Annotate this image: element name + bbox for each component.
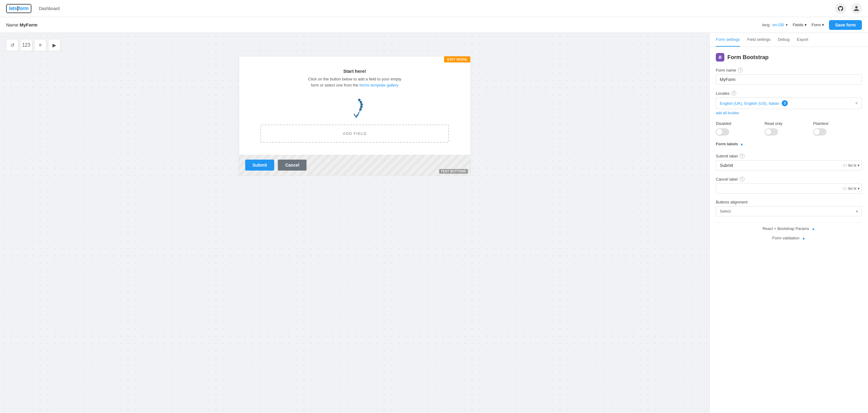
start-here-desc: Click on the button below to add a field…: [257, 76, 452, 88]
read-only-toggle-group: Read only: [765, 121, 813, 136]
cancel-no-tx-select[interactable]: no tx ▾: [846, 183, 862, 194]
select-chevron-icon: ▾: [856, 209, 858, 213]
play-button[interactable]: ▶: [48, 39, 60, 51]
cancel-label-input-wrap: 0 / 3 no tx ▾: [716, 183, 862, 194]
save-form-button[interactable]: Save form: [829, 20, 862, 30]
arrow-area: [257, 95, 452, 120]
form-name-input[interactable]: [716, 74, 862, 85]
disabled-toggle-group: Disabled: [716, 121, 765, 136]
form-header: Name MyForm lang: en-GB ▾ Fields ▾ Form …: [0, 17, 868, 33]
number-mode-button[interactable]: 123: [20, 39, 32, 51]
right-tabs: Form settings Field settings Debug Expor…: [710, 33, 868, 47]
form-validation-chevron-icon: ▲: [802, 236, 805, 240]
reset-button[interactable]: ↺: [6, 39, 18, 51]
svg-point-0: [359, 99, 360, 101]
down-arrow-icon: [342, 95, 367, 120]
submit-label-input[interactable]: [716, 160, 862, 171]
disabled-toggle[interactable]: [716, 128, 729, 136]
submit-label-label: Submit label ?: [716, 153, 862, 159]
canvas-area: ↺ 123 ≡ ▶ EDIT MODE Start here! Click on…: [0, 33, 709, 413]
tab-debug[interactable]: Debug: [778, 33, 789, 46]
submit-label-group: Submit label ? 0 / 3 no tx ▾: [716, 153, 862, 171]
disabled-toggle-knob: [716, 129, 722, 135]
form-validation-section[interactable]: Form validation ▲: [716, 233, 862, 243]
form-labels-chevron-icon[interactable]: ▲: [740, 142, 744, 146]
read-only-toggle-knob: [765, 129, 771, 135]
add-locales-link[interactable]: add all locales: [716, 111, 862, 115]
react-bootstrap-chevron-icon: ▲: [812, 227, 815, 231]
test-buttons-badge: TEST BUTTONS: [439, 169, 468, 174]
fields-chevron-icon: ▾: [805, 23, 807, 27]
main-layout: ↺ 123 ≡ ▶ EDIT MODE Start here! Click on…: [0, 33, 868, 413]
lang-chevron-icon: ▾: [786, 23, 788, 27]
toolbar-row: ↺ 123 ≡ ▶: [6, 39, 703, 51]
locales-value: English (UK), English (US), Italian 3: [720, 100, 788, 106]
svg-point-2: [361, 104, 363, 105]
canvas-submit-button[interactable]: Submit: [245, 160, 274, 171]
submit-no-tx-select[interactable]: no tx ▾: [846, 160, 862, 171]
tab-form-settings[interactable]: Form settings: [716, 33, 740, 46]
locales-input[interactable]: English (UK), English (US), Italian 3 ×: [716, 98, 862, 109]
locales-group: Locales ? English (UK), English (US), It…: [716, 91, 862, 115]
svg-point-3: [361, 106, 362, 108]
form-dropdown[interactable]: Form ▾: [812, 23, 824, 27]
toggles-row: Disabled Read only Plaintext: [716, 121, 862, 136]
submit-label-input-wrap: 0 / 3 no tx ▾: [716, 160, 862, 171]
form-header-controls: lang: en-GB ▾ Fields ▾ Form ▾ Save form: [762, 20, 862, 30]
top-nav: letsform Dashboard: [0, 0, 868, 17]
panel-content: B Form Bootstrap Form name ? Locales ?: [710, 47, 868, 413]
test-buttons-area: Submit Cancel TEST BUTTONS: [239, 155, 470, 175]
buttons-alignment-group: Buttons alignment Select ▾: [716, 200, 862, 216]
panel-title: Form Bootstrap: [727, 54, 769, 61]
canvas-body: Start here! Click on the button below to…: [239, 56, 470, 155]
fields-dropdown[interactable]: Fields ▾: [793, 23, 807, 27]
nav-left: letsform Dashboard: [6, 4, 60, 13]
lang-value: en-GB: [773, 23, 784, 27]
plaintext-toggle-group: Plaintext: [813, 121, 862, 136]
plaintext-toggle[interactable]: [813, 128, 827, 136]
locales-help-icon[interactable]: ?: [732, 91, 736, 96]
svg-point-4: [360, 109, 362, 110]
tab-field-settings[interactable]: Field settings: [747, 33, 771, 46]
form-name-help-icon[interactable]: ?: [738, 68, 743, 72]
github-icon[interactable]: [835, 3, 846, 14]
react-bootstrap-section[interactable]: React + Bootstrap Params ▲: [716, 224, 862, 233]
logo[interactable]: letsform: [6, 4, 31, 13]
plaintext-toggle-knob: [814, 129, 820, 135]
lang-control[interactable]: lang: en-GB ▾: [762, 23, 788, 27]
code-button[interactable]: ≡: [34, 39, 46, 51]
cancel-no-tx-chevron-icon: ▾: [858, 186, 860, 191]
form-name-group: Form name ?: [716, 68, 862, 85]
panel-heading: B Form Bootstrap: [716, 53, 862, 62]
svg-point-1: [360, 101, 362, 103]
form-canvas: EDIT MODE Start here! Click on the butto…: [239, 56, 471, 176]
cancel-label-help-icon[interactable]: ?: [740, 177, 744, 181]
read-only-toggle[interactable]: [765, 128, 778, 136]
canvas-cancel-button[interactable]: Cancel: [278, 160, 307, 171]
locales-count-badge: 3: [782, 100, 788, 106]
bootstrap-icon: B: [716, 53, 724, 62]
locales-clear-button[interactable]: ×: [855, 101, 858, 106]
disabled-label: Disabled: [716, 121, 765, 126]
submit-no-tx-chevron-icon: ▾: [858, 163, 860, 168]
edit-mode-badge: EDIT MODE: [444, 56, 470, 62]
lang-label: lang:: [762, 23, 770, 27]
tab-export[interactable]: Export: [797, 33, 808, 46]
add-field-button[interactable]: ADD FIELD: [260, 125, 449, 142]
plaintext-label: Plaintext: [813, 121, 862, 126]
locales-label: Locales ?: [716, 91, 862, 96]
cancel-label-group: Cancel label ? 0 / 3 no tx ▾: [716, 177, 862, 194]
logo-text: letsform: [9, 6, 28, 11]
submit-label-help-icon[interactable]: ?: [740, 153, 744, 159]
form-name-label: Form name ?: [716, 68, 862, 72]
form-chevron-icon: ▾: [822, 23, 824, 27]
cancel-label-input[interactable]: [716, 183, 862, 194]
buttons-alignment-label: Buttons alignment: [716, 200, 862, 204]
buttons-alignment-select[interactable]: Select ▾: [716, 206, 862, 216]
read-only-label: Read only: [765, 121, 813, 126]
gallery-link[interactable]: forms template gallery: [360, 83, 399, 88]
start-here-text: Start here! Click on the button below to…: [257, 69, 452, 88]
user-icon[interactable]: [851, 3, 862, 14]
form-labels-section-title: Form labels ▲: [716, 142, 862, 149]
dashboard-link[interactable]: Dashboard: [39, 6, 60, 11]
